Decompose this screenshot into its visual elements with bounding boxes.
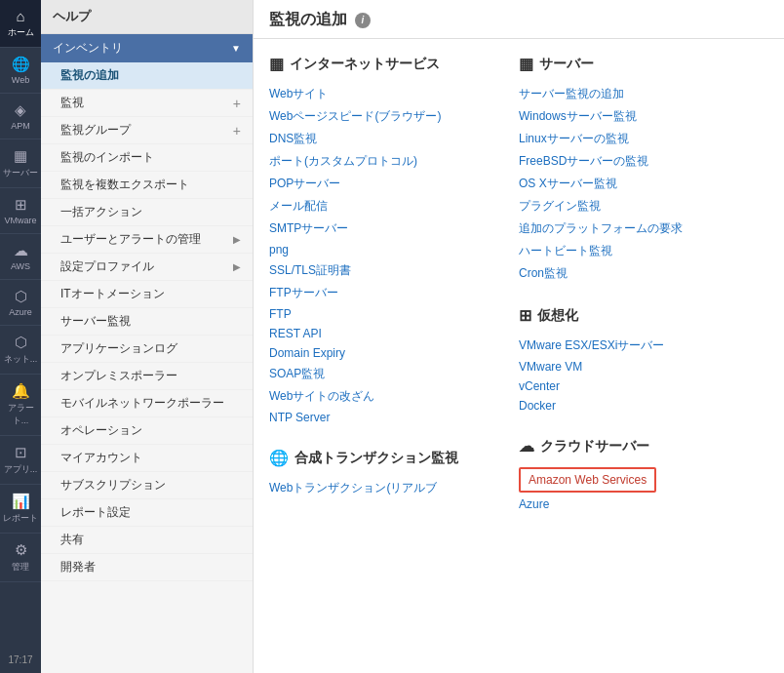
nav-aws[interactable]: ☁ AWS [0, 234, 41, 280]
sidebar-header: ヘルプ [41, 0, 253, 34]
web-icon: 🌐 [12, 56, 30, 73]
nav-home[interactable]: ⌂ ホーム [0, 0, 41, 48]
internet-section-title: ▦ インターネットサービス [269, 55, 499, 73]
plus-icon: + [233, 96, 241, 111]
synthetic-section: 🌐 合成トランザクション監視 Webトランザクション(リアルブ [269, 449, 499, 499]
alert-icon: 🔔 [12, 382, 30, 400]
sidebar-item-server-monitor[interactable]: サーバー監視 [41, 308, 253, 336]
appli-icon: ⊡ [15, 444, 27, 461]
sidebar-item-bulk-action[interactable]: 一括アクション [41, 199, 253, 226]
nav-server[interactable]: ▦ サーバー [0, 139, 41, 188]
nav-azure[interactable]: ⬡ Azure [0, 280, 41, 326]
info-icon[interactable]: i [355, 13, 371, 28]
link-vmware-esx[interactable]: VMware ESX/ESXiサーバー [519, 335, 749, 357]
cloud-section: ☁ クラウドサーバー Amazon Web Services Azure [519, 437, 749, 514]
sidebar-item-monitor-group[interactable]: 監視グループ + [41, 117, 253, 144]
nav-alert[interactable]: 🔔 アラート... [0, 375, 41, 436]
sidebar-item-report-setting[interactable]: レポート設定 [41, 499, 253, 527]
link-pop[interactable]: POPサーバー [269, 173, 499, 195]
link-linux-server[interactable]: Linuxサーバーの監視 [519, 128, 749, 150]
link-dns[interactable]: DNS監視 [269, 128, 499, 150]
sidebar-item-share[interactable]: 共有 [41, 527, 253, 554]
time-display: 17:17 [0, 647, 40, 673]
link-vcenter[interactable]: vCenter [519, 376, 749, 396]
link-domain-expiry[interactable]: Domain Expiry [269, 343, 499, 363]
server-section: ▦ サーバー サーバー監視の追加 Windowsサーバー監視 Linuxサーバー… [519, 55, 749, 285]
link-mail[interactable]: メール配信 [269, 195, 499, 218]
link-png[interactable]: png [269, 240, 499, 259]
link-cron[interactable]: Cron監視 [519, 262, 749, 285]
internet-section: ▦ インターネットサービス Webサイト Webページスピード(ブラウザー) D… [269, 55, 499, 427]
sidebar-item-user-alert[interactable]: ユーザーとアラートの管理 ▶ [41, 226, 253, 254]
link-freebsd-server[interactable]: FreeBSDサーバーの監視 [519, 150, 749, 173]
link-website[interactable]: Webサイト [269, 83, 499, 105]
link-aws[interactable]: Amazon Web Services [519, 467, 656, 493]
synthetic-section-title: 🌐 合成トランザクション監視 [269, 449, 499, 467]
sidebar-section-inventory[interactable]: インベントリ ▼ [41, 34, 253, 62]
sidebar-item-on-premise[interactable]: オンプレミスポーラー [41, 363, 253, 390]
synthetic-section-icon: 🌐 [269, 449, 289, 467]
link-ftp[interactable]: FTP [269, 304, 499, 324]
link-ssl[interactable]: SSL/TLS証明書 [269, 259, 499, 282]
sidebar-item-mobile-network[interactable]: モバイルネットワークポーラー [41, 390, 253, 417]
arrow-icon-profile: ▶ [233, 261, 241, 272]
virtual-section-icon: ⊞ [519, 306, 531, 325]
link-osx-server[interactable]: OS Xサーバー監視 [519, 173, 749, 195]
sidebar-item-app-log[interactable]: アプリケーションログ [41, 336, 253, 363]
link-azure[interactable]: Azure [519, 495, 749, 514]
nav-vmware[interactable]: ⊞ VMware [0, 188, 41, 234]
sidebar-item-operation[interactable]: オペレーション [41, 417, 253, 445]
link-web-transaction[interactable]: Webトランザクション(リアルブ [269, 477, 499, 499]
sidebar-item-multi-export[interactable]: 監視を複数エクスポート [41, 172, 253, 199]
admin-icon: ⚙ [15, 541, 27, 559]
link-smtp[interactable]: SMTPサーバー [269, 218, 499, 240]
internet-section-icon: ▦ [269, 55, 284, 73]
link-windows-server[interactable]: Windowsサーバー監視 [519, 105, 749, 128]
sidebar-item-import[interactable]: 監視のインポート [41, 144, 253, 172]
server-icon: ▦ [14, 147, 27, 165]
sidebar-item-monitor[interactable]: 監視 + [41, 90, 253, 117]
link-plugin[interactable]: プラグイン監視 [519, 195, 749, 218]
network-icon: ⬡ [15, 334, 27, 351]
link-platform-request[interactable]: 追加のプラットフォームの要求 [519, 218, 749, 240]
azure-icon: ⬡ [15, 288, 27, 305]
sidebar-item-add-monitor[interactable]: 監視の追加 [41, 62, 253, 90]
nav-web[interactable]: 🌐 Web [0, 48, 41, 94]
plus-icon-2: + [233, 123, 241, 139]
sidebar-item-automation[interactable]: ITオートメーション [41, 281, 253, 308]
nav-appli[interactable]: ⊡ アプリ... [0, 436, 41, 485]
sidebar-item-subscription[interactable]: サブスクリプション [41, 472, 253, 499]
link-webpage-speed[interactable]: Webページスピード(ブラウザー) [269, 105, 499, 128]
link-rest-api[interactable]: REST API [269, 324, 499, 343]
sidebar: ヘルプ インベントリ ▼ 監視の追加 監視 + 監視グループ + 監視のインポー… [41, 0, 254, 673]
nav-network[interactable]: ⬡ ネット... [0, 326, 41, 375]
page-title: 監視の追加 [269, 10, 347, 30]
right-column: ▦ サーバー サーバー監視の追加 Windowsサーバー監視 Linuxサーバー… [519, 55, 768, 535]
content-grid: ▦ インターネットサービス Webサイト Webページスピード(ブラウザー) D… [254, 39, 784, 551]
sidebar-item-profile[interactable]: 設定プロファイル ▶ [41, 254, 253, 281]
nav-report[interactable]: 📊 レポート [0, 485, 41, 534]
virtual-section: ⊞ 仮想化 VMware ESX/ESXiサーバー VMware VM vCen… [519, 306, 749, 416]
sidebar-item-developer[interactable]: 開発者 [41, 554, 253, 581]
virtual-section-title: ⊞ 仮想化 [519, 306, 749, 325]
link-server-add[interactable]: サーバー監視の追加 [519, 83, 749, 105]
server-section-title: ▦ サーバー [519, 55, 749, 73]
link-vmware-vm[interactable]: VMware VM [519, 357, 749, 376]
nav-admin[interactable]: ⚙ 管理 [0, 534, 41, 582]
link-ntp[interactable]: NTP Server [269, 408, 499, 427]
aws-icon: ☁ [14, 242, 28, 259]
sidebar-item-my-account[interactable]: マイアカウント [41, 445, 253, 472]
icon-navigation: ⌂ ホーム 🌐 Web ◈ APM ▦ サーバー ⊞ VMware ☁ AWS … [0, 0, 41, 673]
link-port[interactable]: ポート(カスタムプロトコル) [269, 150, 499, 173]
cloud-section-title: ☁ クラウドサーバー [519, 437, 749, 455]
nav-apm[interactable]: ◈ APM [0, 94, 41, 139]
link-ftp-server[interactable]: FTPサーバー [269, 282, 499, 304]
link-website-tamper[interactable]: Webサイトの改ざん [269, 385, 499, 408]
main-header: 監視の追加 i [254, 0, 784, 39]
home-icon: ⌂ [16, 8, 24, 24]
link-docker[interactable]: Docker [519, 396, 749, 416]
link-soap[interactable]: SOAP監視 [269, 363, 499, 385]
arrow-icon-user: ▶ [233, 234, 241, 245]
main-content: 監視の追加 i ▦ インターネットサービス Webサイト Webページスピード(… [254, 0, 784, 673]
link-heartbeat[interactable]: ハートビート監視 [519, 240, 749, 262]
